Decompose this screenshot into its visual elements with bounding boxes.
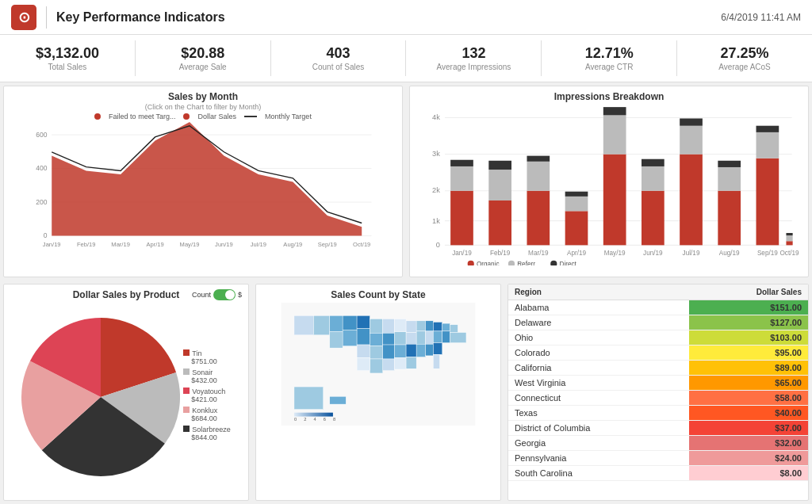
svg-rect-84 xyxy=(343,330,357,346)
sales-by-month-panel[interactable]: Sales by Month (Click on the Chart to fi… xyxy=(3,86,403,277)
svg-rect-116 xyxy=(370,359,382,373)
svg-text:Apr/19: Apr/19 xyxy=(567,250,587,257)
bottom-row: Dollar Sales by Product Count $ xyxy=(0,281,812,504)
region-name: Ohio xyxy=(508,330,689,346)
pie-label-solarbreeze: Solarbreeze $844.00 xyxy=(183,426,231,441)
svg-text:2k: 2k xyxy=(432,186,440,194)
region-name: Pennsylvania xyxy=(508,451,689,466)
region-name: District of Columbia xyxy=(508,421,689,436)
svg-rect-100 xyxy=(370,346,382,359)
svg-rect-111 xyxy=(406,357,416,369)
kpi-avg-acos: 27.25% Average ACoS xyxy=(677,40,812,76)
svg-rect-92 xyxy=(394,332,406,345)
sales-state-panel[interactable]: Sales Count by State xyxy=(255,284,501,501)
svg-rect-80 xyxy=(330,315,343,331)
svg-rect-118 xyxy=(294,387,324,410)
kpi-count-sales-label: Count of Sales xyxy=(278,63,400,71)
header-datetime: 6/4/2019 11:41 AM xyxy=(721,12,801,23)
svg-text:Jun/19: Jun/19 xyxy=(643,250,663,257)
svg-text:0: 0 xyxy=(44,231,48,239)
svg-rect-78 xyxy=(294,315,313,334)
svg-text:May/19: May/19 xyxy=(180,241,200,248)
svg-rect-36 xyxy=(488,161,511,170)
svg-rect-112 xyxy=(416,344,425,357)
svg-rect-109 xyxy=(383,359,395,371)
svg-text:Sep/19: Sep/19 xyxy=(318,241,337,248)
table-row: Georgia$32.00 xyxy=(508,436,808,451)
svg-rect-45 xyxy=(603,107,626,115)
header-divider xyxy=(46,6,47,29)
svg-rect-103 xyxy=(406,344,416,357)
svg-text:Mar/19: Mar/19 xyxy=(111,241,130,248)
svg-rect-108 xyxy=(450,333,466,343)
table-row: Texas$40.00 xyxy=(508,406,808,421)
region-value: $32.00 xyxy=(689,436,808,451)
header: ⊙ Key Performance Indicators 6/4/2019 11… xyxy=(0,0,812,35)
kpi-avg-impressions-label: Average Impressions xyxy=(412,63,534,71)
chart-toggle-container[interactable]: Count $ xyxy=(192,289,242,300)
count-dollar-toggle[interactable] xyxy=(213,289,236,300)
svg-text:400: 400 xyxy=(36,164,47,172)
svg-rect-106 xyxy=(433,331,442,343)
kpi-bar: $3,132.00 Total Sales $20.88 Average Sal… xyxy=(0,35,812,82)
impressions-panel[interactable]: Impressions Breakdown 4k 3k 2k 1k 0 xyxy=(409,86,809,277)
kpi-avg-sale-label: Average Sale xyxy=(142,63,264,71)
svg-rect-57 xyxy=(756,126,779,132)
kpi-avg-ctr-label: Average CTR xyxy=(548,63,670,71)
svg-rect-96 xyxy=(433,322,442,330)
svg-rect-59 xyxy=(786,235,792,241)
region-value: $24.00 xyxy=(689,451,808,466)
svg-text:Referr...: Referr... xyxy=(517,261,540,265)
kpi-avg-impressions: 132 Average Impressions xyxy=(406,40,542,76)
svg-rect-31 xyxy=(450,191,473,246)
kpi-total-sales-label: Total Sales xyxy=(6,63,128,71)
kpi-avg-ctr: 12.71% Average CTR xyxy=(542,40,677,76)
table-row: Connecticut$58.00 xyxy=(508,391,808,406)
svg-rect-42 xyxy=(565,192,588,197)
pie-chart[interactable] xyxy=(21,318,180,476)
svg-rect-110 xyxy=(394,357,406,369)
svg-point-73 xyxy=(508,261,515,265)
svg-text:Sep/19: Sep/19 xyxy=(757,250,778,257)
svg-text:May/19: May/19 xyxy=(604,250,626,257)
svg-text:Aug/19: Aug/19 xyxy=(283,241,302,248)
svg-rect-104 xyxy=(416,331,425,344)
region-name: California xyxy=(508,361,689,376)
svg-rect-83 xyxy=(330,332,343,348)
region-value: $37.00 xyxy=(689,421,808,436)
region-value: $58.00 xyxy=(689,391,808,406)
kpi-count-sales: 403 Count of Sales xyxy=(271,40,407,76)
sales-month-legend: Failed to meet Targ... Dollar Sales Mont… xyxy=(4,113,402,120)
region-col-header: Region xyxy=(508,284,689,300)
table-row: Ohio$103.00 xyxy=(508,330,808,346)
region-value: $65.00 xyxy=(689,376,808,391)
dollar-sales-panel[interactable]: Dollar Sales by Product Count $ xyxy=(3,284,249,501)
sales-month-chart[interactable]: 600 400 200 0 Jan/19 Feb/19 Mar/19 Apr/1… xyxy=(4,122,402,257)
svg-text:Organic: Organic xyxy=(477,261,500,265)
app-logo: ⊙ xyxy=(11,5,36,30)
svg-rect-89 xyxy=(406,321,416,333)
svg-text:⊙: ⊙ xyxy=(18,10,30,25)
sales-month-title: Sales by Month xyxy=(4,86,402,103)
svg-text:2: 2 xyxy=(304,417,306,422)
svg-rect-49 xyxy=(680,155,703,246)
svg-rect-33 xyxy=(450,160,473,166)
svg-text:200: 200 xyxy=(36,198,47,206)
table-row: South Carolina$8.00 xyxy=(508,466,808,481)
sales-month-subtitle: (Click on the Chart to filter by Month) xyxy=(4,103,402,111)
region-name: Connecticut xyxy=(508,391,689,406)
svg-point-71 xyxy=(468,261,474,265)
impressions-chart[interactable]: 4k 3k 2k 1k 0 xyxy=(410,103,808,265)
table-row: Pennsylvania$24.00 xyxy=(508,451,808,466)
svg-rect-97 xyxy=(442,323,450,331)
table-row: Delaware$127.00 xyxy=(508,315,808,330)
svg-text:Feb/19: Feb/19 xyxy=(490,250,511,257)
us-map[interactable]: 0 2 4 6 8 xyxy=(262,303,494,426)
svg-rect-51 xyxy=(680,118,703,125)
svg-text:Direct: Direct xyxy=(559,261,576,265)
svg-rect-101 xyxy=(383,345,395,359)
svg-rect-53 xyxy=(718,167,741,191)
region-name: Georgia xyxy=(508,436,689,451)
region-name: Texas xyxy=(508,406,689,421)
region-name: Alabama xyxy=(508,300,689,315)
